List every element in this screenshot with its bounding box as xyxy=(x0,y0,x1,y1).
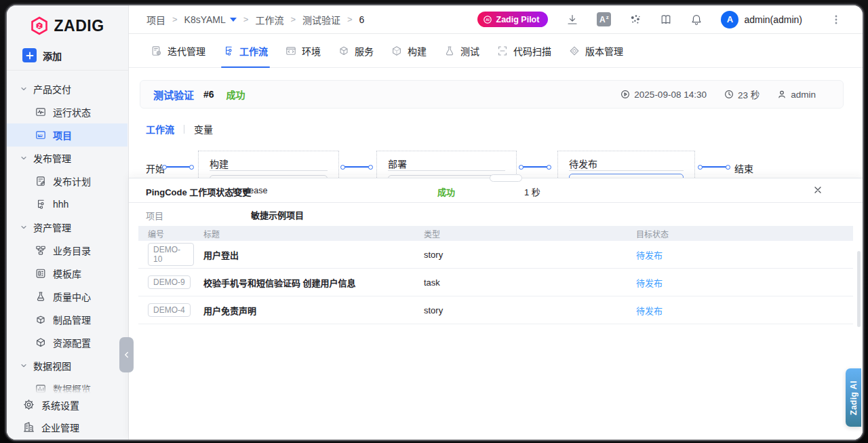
sidebar-item-business-catalog[interactable]: 业务目录 xyxy=(7,239,127,262)
work-item-id-tag: DEMO-4 xyxy=(148,303,191,317)
sidebar-item-system-settings[interactable]: 系统设置 xyxy=(7,393,127,416)
sidebar-item-label: hhh xyxy=(53,199,68,210)
plus-icon xyxy=(22,48,37,62)
tab-label: 代码扫描 xyxy=(513,44,551,58)
work-item-id-tag: DEMO-9 xyxy=(148,275,191,289)
sidebar: Z ZADIG 添加 产品交付 运行状态 PM 项目 xyxy=(7,5,129,440)
docs-book-icon[interactable] xyxy=(660,14,672,26)
sidebar-item-resource-config[interactable]: 资源配置 xyxy=(7,331,127,354)
run-duration: 23 秒 xyxy=(724,88,760,101)
notification-bell-icon[interactable] xyxy=(690,14,703,26)
drawer-status-badge: 成功 xyxy=(437,185,455,198)
flask-icon xyxy=(444,45,455,56)
run-status-badge: 成功 xyxy=(226,88,245,101)
pipeline-connector xyxy=(163,166,193,168)
tab-environments[interactable]: 环境 xyxy=(277,34,330,67)
org-flow-icon xyxy=(35,245,46,256)
breadcrumb-separator: > xyxy=(347,14,353,24)
drawer-duration: 1 秒 xyxy=(524,185,540,198)
pipeline-connector xyxy=(699,166,729,168)
breadcrumb-projects[interactable]: 项目 xyxy=(146,13,165,26)
subtab-variables[interactable]: 变量 xyxy=(194,122,213,136)
close-icon[interactable] xyxy=(812,185,823,195)
screenshot-root: { "brand": { "logo_text": "ZADIG", "add_… xyxy=(0,0,868,443)
svg-text:Z: Z xyxy=(38,24,41,28)
svg-text:PM: PM xyxy=(39,134,42,137)
zadig-ai-assistant-tab[interactable]: Zadig AI xyxy=(846,368,861,427)
tab-version-mgmt[interactable]: 版本管理 xyxy=(560,34,632,67)
work-items-table: 编号 标题 类型 目标状态 DEMO-10 用户登出 story 待发布 DEM… xyxy=(138,226,853,324)
sidebar-item-release-plan[interactable]: 发布计划 xyxy=(7,170,127,193)
sidebar-item-template-library[interactable]: 模板库 xyxy=(7,262,127,285)
work-item-target-status-link[interactable]: 待发布 xyxy=(636,250,663,261)
sidebar-group-data-view[interactable]: 数据视图 xyxy=(7,354,127,377)
sidebar-group-asset-mgmt[interactable]: 资产管理 xyxy=(7,216,127,239)
run-meta-group: 2025-09-08 14:30 23 秒 admin xyxy=(620,88,816,101)
user-menu[interactable]: A admin(admin) xyxy=(721,11,802,28)
tab-label: 版本管理 xyxy=(585,44,623,58)
tab-code-scan[interactable]: 代码扫描 xyxy=(488,34,560,67)
play-circle-icon xyxy=(620,90,630,99)
language-translate-icon[interactable]: Az xyxy=(597,12,611,26)
run-summary-card: 测试验证 #6 成功 2025-09-08 14:30 23 秒 admin xyxy=(140,80,844,109)
sidebar-item-label: 系统设置 xyxy=(41,398,79,412)
work-item-target-status-link[interactable]: 待发布 xyxy=(636,278,663,288)
project-value: 敏捷示例项目 xyxy=(251,208,304,221)
sidebar-group-label: 产品交付 xyxy=(33,82,71,96)
sidebar-item-run-status[interactable]: 运行状态 xyxy=(7,100,127,123)
tab-workflows[interactable]: 工作流 xyxy=(214,34,277,67)
work-item-target-status-link[interactable]: 待发布 xyxy=(636,306,663,316)
topbar: 项目 > K8sYAML > 工作流 > 测试验证 > 6 AI Zadig P… xyxy=(129,5,863,34)
sidebar-collapse-handle[interactable] xyxy=(119,337,134,372)
sidebar-item-artifact-mgmt[interactable]: 制品管理 xyxy=(7,308,127,331)
scan-brackets-icon xyxy=(497,45,508,56)
breadcrumb-workflow-name[interactable]: 测试验证 xyxy=(302,13,340,26)
hexagon-build-icon xyxy=(391,45,402,56)
tab-tests[interactable]: 测试 xyxy=(435,34,488,67)
sidebar-item-label: 项目 xyxy=(53,128,72,142)
tab-services[interactable]: 服务 xyxy=(330,34,382,67)
sidebar-item-enterprise-mgmt[interactable]: 企业管理 xyxy=(7,416,127,438)
add-button[interactable]: 添加 xyxy=(7,42,128,69)
subtab-workflow[interactable]: 工作流 xyxy=(146,122,174,136)
sidebar-item-projects[interactable]: PM 项目 xyxy=(7,123,127,147)
column-header-title: 标题 xyxy=(194,228,414,239)
chevron-down-icon xyxy=(20,85,27,92)
tab-builds[interactable]: 构建 xyxy=(382,34,435,67)
breadcrumb-workflows[interactable]: 工作流 xyxy=(255,13,283,26)
run-subtabs: 工作流 变量 xyxy=(146,122,213,136)
run-workflow-name[interactable]: 测试验证 xyxy=(153,88,194,102)
run-duration-text: 23 秒 xyxy=(738,88,760,101)
cluster-dots-icon[interactable] xyxy=(629,14,642,26)
tab-label: 服务 xyxy=(355,44,374,58)
download-icon[interactable] xyxy=(566,14,578,26)
run-start-time-text: 2025-09-08 14:30 xyxy=(634,90,707,100)
tab-iteration-mgmt[interactable]: 迭代管理 xyxy=(142,34,214,67)
zadig-logo[interactable]: Z ZADIG xyxy=(7,5,128,42)
sidebar-item-label: 模板库 xyxy=(53,267,81,280)
code-window-icon xyxy=(285,45,296,56)
breadcrumb-project-selector[interactable]: K8sYAML xyxy=(184,14,237,25)
tab-label: 工作流 xyxy=(239,44,268,58)
run-identity: 测试验证 #6 成功 xyxy=(153,88,245,102)
sidebar-divider xyxy=(7,70,128,71)
work-item-id-tag: DEMO-10 xyxy=(148,243,194,266)
sidebar-group-product-delivery[interactable]: 产品交付 xyxy=(7,77,127,100)
sidebar-item-quality-center[interactable]: 质量中心 xyxy=(7,285,127,308)
work-item-type: story xyxy=(414,250,627,260)
iteration-doc-gear-icon xyxy=(151,45,162,56)
project-pm-icon: PM xyxy=(35,130,46,140)
zadig-pilot-button[interactable]: AI Zadig Pilot xyxy=(477,12,549,27)
pilot-ai-icon: AI xyxy=(483,15,492,24)
service-cube-icon xyxy=(338,45,349,56)
kebab-menu-icon[interactable] xyxy=(830,14,842,26)
work-item-title: 校验手机号和短信验证码 创建用户信息 xyxy=(194,276,414,289)
column-header-id: 编号 xyxy=(138,228,194,239)
page-scrollbar-thumb[interactable] xyxy=(857,251,861,327)
sidebar-item-hhh[interactable]: hhh xyxy=(7,193,127,216)
column-header-type: 类型 xyxy=(414,228,627,239)
sidebar-group-release-mgmt[interactable]: 发布管理 xyxy=(7,147,127,170)
package-icon xyxy=(35,314,46,325)
chevron-down-icon xyxy=(20,224,27,231)
work-item-type: story xyxy=(414,305,627,315)
